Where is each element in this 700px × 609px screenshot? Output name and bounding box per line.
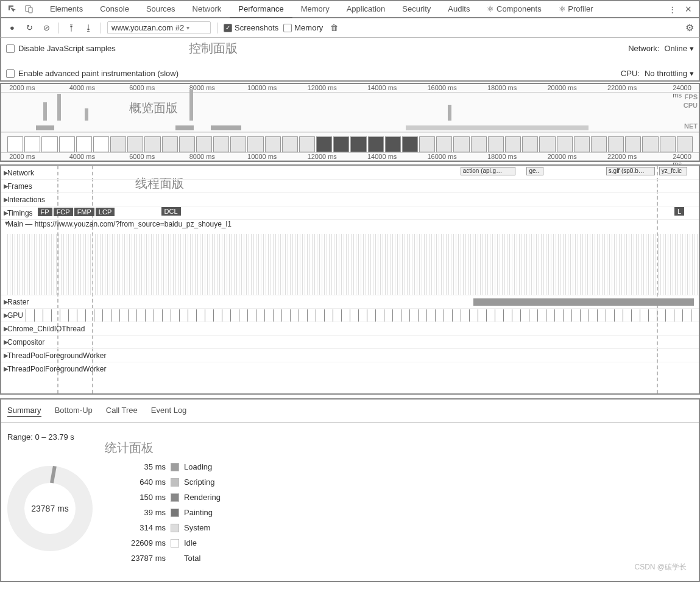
dcl-badge[interactable]: DCL bbox=[161, 207, 181, 216]
load-badge[interactable]: L bbox=[674, 207, 684, 216]
screenshot-thumbnail[interactable] bbox=[144, 136, 160, 152]
lcp-badge[interactable]: LCP bbox=[96, 208, 115, 216]
screenshot-thumbnail[interactable] bbox=[402, 136, 418, 152]
network-item[interactable]: ge.. bbox=[526, 167, 543, 175]
inspect-icon[interactable] bbox=[6, 3, 18, 15]
screenshot-thumbnail[interactable] bbox=[574, 136, 590, 152]
screenshot-thumbnail[interactable] bbox=[265, 136, 281, 152]
screenshot-thumbnail[interactable] bbox=[316, 136, 332, 152]
expand-icon[interactable]: ▶ bbox=[1, 183, 7, 189]
screenshot-thumbnail[interactable] bbox=[299, 136, 315, 152]
clear-icon[interactable]: ⊘ bbox=[40, 22, 52, 34]
tab-network[interactable]: Network bbox=[184, 1, 230, 18]
disable-js-samples-checkbox[interactable]: Disable JavaScript samples bbox=[6, 44, 116, 53]
timings-track[interactable]: ▶ Timings FPFCPFMPLCP DCL L bbox=[1, 206, 699, 219]
interactions-track[interactable]: ▶ Interactions bbox=[1, 192, 699, 206]
recording-select[interactable]: www.youzan.com #2 ▾ bbox=[107, 21, 211, 34]
screenshot-thumbnail[interactable] bbox=[642, 136, 658, 152]
screenshot-thumbnail[interactable] bbox=[230, 136, 246, 152]
tpfw-track-2[interactable]: ▶ ThreadPoolForegroundWorker bbox=[1, 362, 699, 375]
tab-sources[interactable]: Sources bbox=[138, 1, 184, 18]
screenshot-thumbnail[interactable] bbox=[333, 136, 349, 152]
expand-icon[interactable]: ▶ bbox=[1, 298, 7, 305]
tab--components[interactable]: ⚛ Components bbox=[478, 1, 550, 18]
expand-icon[interactable]: ▶ bbox=[1, 325, 7, 332]
screenshot-thumbnail[interactable] bbox=[608, 136, 624, 152]
network-item[interactable]: yz_fc.ic bbox=[659, 167, 687, 175]
raster-track[interactable]: ▶ Raster bbox=[1, 295, 699, 308]
device-toggle-icon[interactable] bbox=[23, 3, 35, 15]
save-profile-icon[interactable]: ⭳ bbox=[82, 22, 94, 34]
flame-chart-panel[interactable]: 线程面版 ▶ Network action (api.g… ge.. s.gif… bbox=[0, 164, 700, 395]
screenshot-thumbnail[interactable] bbox=[282, 136, 298, 152]
tab-elements[interactable]: Elements bbox=[41, 1, 91, 18]
screenshot-thumbnail[interactable] bbox=[110, 136, 126, 152]
tab--profiler[interactable]: ⚛ Profiler bbox=[550, 1, 602, 18]
screenshot-thumbnail[interactable] bbox=[660, 136, 676, 152]
screenshot-thumbnail[interactable] bbox=[350, 136, 366, 152]
screenshot-thumbnail[interactable] bbox=[419, 136, 435, 152]
screenshot-thumbnail[interactable] bbox=[505, 136, 521, 152]
more-menu-icon[interactable]: ⋮ bbox=[666, 5, 679, 14]
close-devtools-icon[interactable]: × bbox=[681, 3, 695, 16]
tab-console[interactable]: Console bbox=[91, 1, 138, 18]
expand-icon[interactable]: ▶ bbox=[1, 196, 7, 203]
childio-track[interactable]: ▶ Chrome_ChildIOThread bbox=[1, 322, 699, 335]
frames-track[interactable]: ▶ Frames bbox=[1, 179, 699, 192]
screenshot-thumbnail[interactable] bbox=[179, 136, 195, 152]
main-thread-track[interactable]: ▼ Main — https://www.youzan.com/?from_so… bbox=[1, 219, 699, 233]
cpu-throttle-select[interactable]: No throttling ▾ bbox=[645, 69, 694, 78]
screenshot-thumbnail[interactable] bbox=[539, 136, 555, 152]
screenshot-thumbnail[interactable] bbox=[7, 136, 23, 152]
fmp-badge[interactable]: FMP bbox=[74, 208, 94, 216]
expand-icon[interactable]: ▶ bbox=[1, 312, 7, 319]
screenshot-thumbnail[interactable] bbox=[557, 136, 573, 152]
fp-badge[interactable]: FP bbox=[38, 208, 52, 216]
screenshot-thumbnail[interactable] bbox=[59, 136, 75, 152]
subtab-call-tree[interactable]: Call Tree bbox=[106, 404, 138, 417]
collapse-icon[interactable]: ▼ bbox=[1, 220, 7, 227]
compositor-track[interactable]: ▶ Compositor bbox=[1, 335, 699, 348]
fcp-badge[interactable]: FCP bbox=[54, 208, 73, 216]
tab-memory[interactable]: Memory bbox=[292, 1, 338, 18]
screenshot-thumbnail[interactable] bbox=[127, 136, 143, 152]
subtab-event-log[interactable]: Event Log bbox=[151, 404, 187, 417]
network-item[interactable]: s.gif (sp0.b… bbox=[606, 167, 655, 175]
screenshot-thumbnail[interactable] bbox=[76, 136, 92, 152]
expand-icon[interactable]: ▶ bbox=[1, 209, 7, 216]
screenshot-thumbnail[interactable] bbox=[41, 136, 57, 152]
memory-checkbox[interactable]: Memory bbox=[283, 23, 323, 32]
expand-icon[interactable]: ▶ bbox=[1, 365, 7, 372]
screenshot-thumbnail[interactable] bbox=[162, 136, 178, 152]
gpu-track[interactable]: ▶ GPU bbox=[1, 308, 699, 322]
record-icon[interactable]: ● bbox=[6, 22, 18, 34]
screenshot-thumbnail[interactable] bbox=[453, 136, 469, 152]
screenshot-thumbnail[interactable] bbox=[24, 136, 40, 152]
screenshot-thumbnail[interactable] bbox=[368, 136, 384, 152]
screenshot-thumbnail[interactable] bbox=[385, 136, 401, 152]
network-item[interactable]: action (api.g… bbox=[461, 167, 515, 175]
tab-audits[interactable]: Audits bbox=[439, 1, 478, 18]
screenshot-thumbnail[interactable] bbox=[625, 136, 641, 152]
subtab-summary[interactable]: Summary bbox=[7, 404, 41, 417]
reload-record-icon[interactable]: ↻ bbox=[23, 22, 35, 34]
screenshot-thumbnail[interactable] bbox=[677, 136, 693, 152]
tab-security[interactable]: Security bbox=[394, 1, 439, 18]
screenshots-checkbox[interactable]: ✓ Screenshots bbox=[224, 23, 278, 32]
expand-icon[interactable]: ▶ bbox=[1, 339, 7, 345]
network-track[interactable]: ▶ Network action (api.g… ge.. s.gif (sp0… bbox=[1, 166, 699, 179]
screenshot-thumbnail[interactable] bbox=[522, 136, 538, 152]
overview-panel[interactable]: 2000 ms4000 ms6000 ms8000 ms10000 ms1200… bbox=[0, 83, 700, 162]
tpfw-track-1[interactable]: ▶ ThreadPoolForegroundWorker bbox=[1, 348, 699, 362]
subtab-bottom-up[interactable]: Bottom-Up bbox=[55, 404, 93, 417]
tab-performance[interactable]: Performance bbox=[230, 1, 292, 18]
screenshot-thumbnail[interactable] bbox=[247, 136, 263, 152]
screenshot-thumbnail[interactable] bbox=[591, 136, 607, 152]
expand-icon[interactable]: ▶ bbox=[1, 169, 7, 176]
expand-icon[interactable]: ▶ bbox=[1, 352, 7, 359]
screenshot-thumbnail[interactable] bbox=[488, 136, 504, 152]
capture-settings-icon[interactable]: ⚙ bbox=[685, 22, 694, 33]
network-throttle-select[interactable]: Online ▾ bbox=[664, 44, 694, 53]
raster-span[interactable] bbox=[473, 298, 694, 306]
screenshot-thumbnail[interactable] bbox=[196, 136, 212, 152]
